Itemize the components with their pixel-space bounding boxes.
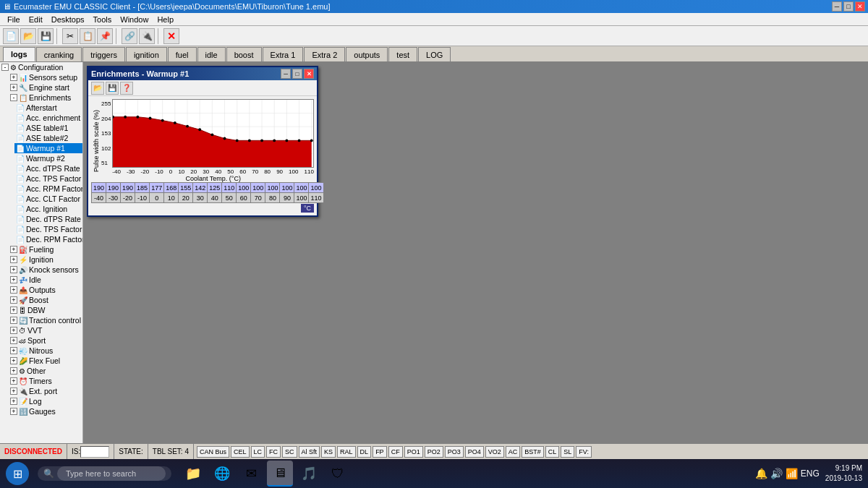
expand-icon[interactable]: + xyxy=(10,286,17,294)
taskbar-app-ecumaster[interactable]: 🖥 xyxy=(267,461,293,487)
tab-boost[interactable]: boost xyxy=(226,47,262,61)
taskbar[interactable]: ⊞ 🔍 📁 🌐 ✉ 🖥 🎵 🛡 🔔 🔊 📶 ENG 9:19 PM 2019-1… xyxy=(0,459,868,488)
expand-icon[interactable]: + xyxy=(10,347,17,354)
toolbar-save[interactable]: 💾 xyxy=(38,28,54,44)
sidebar-item-enginestart[interactable]: + 🔧 Engine start xyxy=(9,82,82,93)
expand-icon[interactable]: + xyxy=(10,84,17,91)
sidebar-item-gauges[interactable]: + 🔢 Gauges xyxy=(9,406,82,416)
toolbar-copy[interactable]: 📋 xyxy=(80,28,95,44)
tab-outputs[interactable]: outputs xyxy=(346,47,388,61)
float-title-bar[interactable]: Enrichments - Warmup #1 ─ □ ✕ xyxy=(88,67,317,80)
sidebar-item-warmup2[interactable]: 📄 Warmup #2 xyxy=(14,153,82,163)
menu-tools[interactable]: Tools xyxy=(89,13,116,25)
tab-extra2[interactable]: Extra 2 xyxy=(304,47,345,61)
sidebar-item-acc-tps-factor[interactable]: 📄 Acc. TPS Factor xyxy=(14,174,82,184)
taskbar-app-extra1[interactable]: 🛡 xyxy=(325,461,351,487)
table-cell[interactable]: 185 xyxy=(135,183,150,193)
float-minimize-button[interactable]: ─ xyxy=(281,69,291,79)
sidebar-item-sensors[interactable]: + 📊 Sensors setup xyxy=(9,72,82,82)
sidebar-item-knock[interactable]: + 🔊 Knock sensors xyxy=(9,265,82,275)
taskbar-app-edge[interactable]: 🌐 xyxy=(209,461,235,487)
tab-extra1[interactable]: Extra 1 xyxy=(263,47,304,61)
table-cell[interactable]: 168 xyxy=(164,183,179,193)
sidebar-item-acc-dtps-rate[interactable]: 📄 Acc. dTPS Rate xyxy=(14,163,82,174)
expand-icon[interactable]: + xyxy=(10,337,17,344)
sidebar-item-dec-tps-factor[interactable]: 📄 Dec. TPS Factor xyxy=(14,224,82,234)
tab-fuel[interactable]: fuel xyxy=(168,47,197,61)
expand-icon[interactable]: + xyxy=(10,317,17,324)
sidebar-item-ase-table1[interactable]: 📄 ASE table#1 xyxy=(14,123,82,133)
tab-ignition[interactable]: ignition xyxy=(126,47,167,61)
sidebar-item-log[interactable]: + 📝 Log xyxy=(9,396,82,406)
tab-cranking[interactable]: cranking xyxy=(36,47,82,61)
title-bar-buttons[interactable]: ─ □ ✕ xyxy=(832,1,865,12)
data-table[interactable]: 190 190 190 185 177 168 155 142 125 110 … xyxy=(91,182,324,203)
taskbar-app-mail[interactable]: ✉ xyxy=(238,461,264,487)
expand-icon[interactable]: + xyxy=(10,296,17,304)
menu-desktops[interactable]: Desktops xyxy=(47,13,89,25)
expand-icon[interactable]: + xyxy=(10,388,17,395)
sidebar-item-acc-ignition[interactable]: 📄 Acc. Ignition xyxy=(14,204,82,214)
sidebar-item-warmup1[interactable]: 📄 Warmup #1 xyxy=(14,143,82,153)
sidebar-item-timers[interactable]: + ⏰ Timers xyxy=(9,376,82,386)
taskbar-search-input[interactable] xyxy=(57,466,166,481)
sidebar-item-dbw[interactable]: + 🎛 DBW xyxy=(9,305,82,315)
sidebar-item-idle[interactable]: + 💤 Idle xyxy=(9,275,82,285)
sidebar-item-afterstart[interactable]: 📄 Afterstart xyxy=(14,103,82,113)
sidebar-item-enrichments[interactable]: - 📋 Enrichments xyxy=(9,93,82,103)
expand-icon[interactable]: + xyxy=(10,246,17,253)
expand-icon[interactable]: + xyxy=(10,266,17,273)
table-cell[interactable]: 177 xyxy=(150,183,164,193)
sidebar-item-configuration[interactable]: - ⚙ Configuration xyxy=(0,62,82,72)
search-container[interactable]: 🔍 xyxy=(38,466,171,481)
expand-icon[interactable]: + xyxy=(10,307,17,314)
table-cell[interactable]: 100 xyxy=(309,183,323,193)
expand-icon[interactable]: - xyxy=(10,94,17,101)
toolbar-new[interactable]: 📄 xyxy=(3,28,19,44)
float-open-button[interactable]: 📂 xyxy=(91,82,104,95)
toolbar-paste[interactable]: 📌 xyxy=(97,28,113,44)
table-cell[interactable]: 100 xyxy=(294,183,309,193)
sidebar-item-dec-rpm-factor[interactable]: 📄 Dec. RPM Factor xyxy=(14,234,82,244)
tab-test[interactable]: test xyxy=(388,47,417,61)
tab-triggers[interactable]: triggers xyxy=(82,47,125,61)
toolbar-cut[interactable]: ✂ xyxy=(62,28,78,44)
menu-help[interactable]: Help xyxy=(153,13,178,25)
expand-icon[interactable]: + xyxy=(10,256,17,263)
float-title-buttons[interactable]: ─ □ ✕ xyxy=(281,69,314,79)
menu-file[interactable]: File xyxy=(3,13,25,25)
table-cell[interactable]: 110 xyxy=(222,183,237,193)
tab-logs[interactable]: logs xyxy=(3,47,35,61)
toolbar-close[interactable]: ✕ xyxy=(163,28,179,44)
expand-icon[interactable]: + xyxy=(10,398,17,405)
float-save-button[interactable]: 💾 xyxy=(106,82,119,95)
sidebar-item-acc-clt-factor[interactable]: 📄 Acc. CLT Factor xyxy=(14,194,82,204)
taskbar-app-explorer[interactable]: 📁 xyxy=(180,461,206,487)
expand-icon[interactable]: + xyxy=(10,74,17,81)
expand-icon[interactable]: + xyxy=(10,377,17,385)
sidebar-item-dec-dtps-rate[interactable]: 📄 Dec. dTPS Rate xyxy=(14,214,82,224)
table-cell[interactable]: 100 xyxy=(265,183,280,193)
sidebar-item-fueling[interactable]: + ⛽ Fueling xyxy=(9,244,82,254)
tab-idle[interactable]: idle xyxy=(197,47,226,61)
sidebar-item-boost[interactable]: + 🚀 Boost xyxy=(9,295,82,305)
table-cell[interactable]: 142 xyxy=(193,183,208,193)
expand-icon[interactable]: + xyxy=(10,327,17,334)
expand-icon[interactable]: + xyxy=(10,367,17,374)
close-button[interactable]: ✕ xyxy=(855,1,865,12)
table-cell[interactable]: 155 xyxy=(179,183,193,193)
table-cell[interactable]: 100 xyxy=(237,183,251,193)
float-restore-button[interactable]: □ xyxy=(292,69,302,79)
table-cell[interactable]: 100 xyxy=(280,183,294,193)
table-cell[interactable]: 190 xyxy=(92,183,106,193)
menu-edit[interactable]: Edit xyxy=(25,13,47,25)
taskbar-app-media[interactable]: 🎵 xyxy=(296,461,322,487)
expand-icon[interactable]: + xyxy=(10,357,17,364)
sidebar-item-other[interactable]: + ⚙ Other xyxy=(9,366,82,376)
sidebar-item-sport[interactable]: + 🏎 Sport xyxy=(9,335,82,346)
start-button[interactable]: ⊞ xyxy=(6,462,29,485)
expand-icon[interactable]: + xyxy=(10,276,17,283)
sidebar-item-outputs[interactable]: + 📤 Outputs xyxy=(9,285,82,295)
float-help-button[interactable]: ❓ xyxy=(120,82,133,95)
sidebar-item-acc-enrichment[interactable]: 📄 Acc. enrichment xyxy=(14,113,82,123)
